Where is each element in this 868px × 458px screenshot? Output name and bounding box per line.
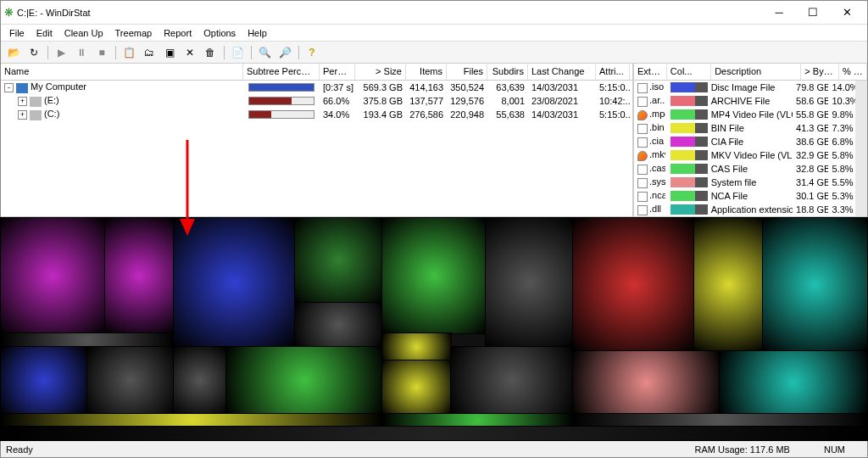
col-lastchange[interactable]: Last Change — [528, 64, 596, 80]
separator — [113, 43, 118, 62]
expander-icon[interactable]: + — [18, 110, 27, 120]
treemap-block[interactable] — [1, 347, 87, 414]
treemap-block[interactable] — [105, 218, 175, 333]
treemap-block[interactable] — [573, 351, 721, 413]
maximize-button[interactable]: ☐ — [796, 1, 830, 25]
open-icon[interactable]: 📂 — [4, 43, 23, 62]
treemap-block[interactable] — [451, 347, 572, 414]
list-item[interactable]: .binBIN File41.3 GB7.3% — [634, 121, 855, 135]
col-desc[interactable]: Description — [711, 64, 801, 80]
list-item[interactable]: .isoDisc Image File79.8 GB14.0% — [634, 81, 855, 94]
drive-icon — [30, 97, 42, 107]
refresh-icon[interactable]: ↻ — [25, 43, 43, 62]
treemap-view[interactable] — [1, 216, 867, 440]
treemap-block[interactable] — [1, 333, 174, 347]
delete-icon[interactable]: ✕ — [181, 43, 199, 62]
col-bypct[interactable]: % By... — [839, 64, 867, 80]
menu-help[interactable]: Help — [242, 26, 272, 40]
col-files[interactable]: Files — [447, 64, 487, 80]
treemap-block[interactable] — [295, 303, 381, 347]
zoom-in-icon[interactable]: 🔍 — [255, 43, 274, 62]
treemap-block[interactable] — [1, 427, 867, 440]
ext-header: Extensi... Col... Description > Bytes % … — [634, 64, 867, 81]
table-row[interactable]: -My Computer[0:37 s]569.3 GB414,163350,5… — [1, 81, 632, 94]
menu-report[interactable]: Report — [159, 26, 197, 40]
treemap-block[interactable] — [720, 351, 867, 413]
play-icon[interactable]: ▶ — [52, 43, 70, 62]
col-subdirs[interactable]: Subdirs — [487, 64, 528, 80]
statusbar: Ready RAM Usage: 117.6 MB NUM — [1, 440, 867, 457]
list-item[interactable]: .mkvMKV Video File (VLC)32.9 GB5.8% — [634, 148, 855, 162]
menu-cleanup[interactable]: Clean Up — [59, 26, 108, 40]
expander-icon[interactable]: - — [4, 83, 14, 92]
status-ram: RAM Usage: 117.6 MB — [677, 444, 807, 455]
stop-icon[interactable]: ■ — [92, 43, 111, 62]
treemap-block[interactable] — [486, 218, 572, 347]
recycle-icon[interactable]: 🗑 — [201, 43, 220, 62]
menu-options[interactable]: Options — [198, 26, 241, 40]
help-icon[interactable]: ? — [303, 43, 321, 62]
treemap-block[interactable] — [573, 414, 867, 427]
treemap-block[interactable] — [1, 414, 382, 427]
col-items[interactable]: Items — [406, 64, 447, 80]
ext-body[interactable]: .isoDisc Image File79.8 GB14.0%.ar...ARC… — [634, 81, 867, 216]
minimize-button[interactable]: ─ — [762, 1, 796, 25]
color-swatch — [670, 191, 708, 201]
col-color[interactable]: Col... — [667, 64, 711, 80]
file-icon — [637, 124, 648, 134]
pause-icon[interactable]: ⏸ — [72, 43, 91, 62]
properties-icon[interactable]: 📄 — [228, 43, 247, 62]
col-ext[interactable]: Extensi... — [634, 64, 667, 80]
tree-body[interactable]: -My Computer[0:37 s]569.3 GB414,163350,5… — [1, 81, 632, 216]
treemap-block[interactable] — [382, 360, 452, 414]
file-icon — [637, 151, 648, 161]
list-item[interactable]: .mp4MP4 Video File (VLC)55.8 GB9.8% — [634, 108, 855, 121]
file-icon — [637, 205, 648, 215]
copy-icon[interactable]: 📋 — [120, 43, 138, 62]
row-name: (E:) — [44, 95, 59, 105]
col-percent[interactable]: Perce... — [320, 64, 355, 80]
menu-edit[interactable]: Edit — [31, 26, 58, 40]
list-item[interactable]: .dllApplication extension18.8 GB3.3% — [634, 203, 855, 216]
expander-icon[interactable]: + — [18, 97, 27, 106]
treemap-block[interactable] — [1, 218, 105, 333]
col-bytes[interactable]: > Bytes — [801, 64, 839, 80]
close-button[interactable]: ✕ — [830, 1, 864, 25]
col-name[interactable]: Name — [1, 64, 243, 80]
table-row[interactable]: +(C:)34.0%193.4 GB276,586220,94855,63814… — [1, 108, 632, 121]
treemap-block[interactable] — [226, 347, 382, 414]
color-swatch — [670, 109, 708, 120]
table-row[interactable]: +(E:)66.0%375.8 GB137,577129,5768,00123/… — [1, 94, 632, 108]
content-area: Name Subtree Percent... Perce... > Size … — [1, 64, 867, 216]
app-icon: ❋ — [4, 6, 14, 19]
status-ready: Ready — [6, 444, 677, 455]
col-subtree[interactable]: Subtree Percent... — [243, 64, 320, 80]
col-attr[interactable]: Attri... — [596, 64, 630, 80]
treemap-block[interactable] — [763, 218, 867, 351]
list-item[interactable]: .ar...ARCHIVE File58.6 GB10.3% — [634, 94, 855, 108]
treemap-block[interactable] — [174, 347, 225, 414]
list-item[interactable]: .sysSystem file31.4 GB5.5% — [634, 176, 855, 189]
treemap-block[interactable] — [87, 347, 174, 414]
directory-tree-pane: Name Subtree Percent... Perce... > Size … — [1, 64, 634, 216]
titlebar: ❋ C:|E: - WinDirStat ─ ☐ ✕ — [1, 1, 867, 25]
treemap-block[interactable] — [382, 333, 452, 360]
menu-treemap[interactable]: Treemap — [110, 26, 158, 40]
treemap-block[interactable] — [295, 218, 381, 303]
color-swatch — [670, 137, 708, 147]
tree-header: Name Subtree Percent... Perce... > Size … — [1, 64, 632, 81]
treemap-block[interactable] — [382, 218, 487, 333]
treemap-block[interactable] — [694, 218, 764, 351]
list-item[interactable]: .ncaNCA File30.1 GB5.3% — [634, 189, 855, 203]
col-size[interactable]: > Size — [355, 64, 406, 80]
explorer-icon[interactable]: 🗂 — [140, 43, 159, 62]
menu-file[interactable]: File — [4, 26, 30, 40]
treemap-block[interactable] — [174, 218, 295, 347]
list-item[interactable]: .ciaCIA File38.6 GB6.8% — [634, 135, 855, 148]
treemap-block[interactable] — [382, 414, 573, 427]
zoom-out-icon[interactable]: 🔎 — [275, 43, 294, 62]
row-name: My Computer — [31, 81, 86, 92]
treemap-block[interactable] — [573, 218, 694, 351]
cmd-icon[interactable]: ▣ — [160, 43, 179, 62]
list-item[interactable]: .casCAS File32.8 GB5.8% — [634, 162, 855, 176]
